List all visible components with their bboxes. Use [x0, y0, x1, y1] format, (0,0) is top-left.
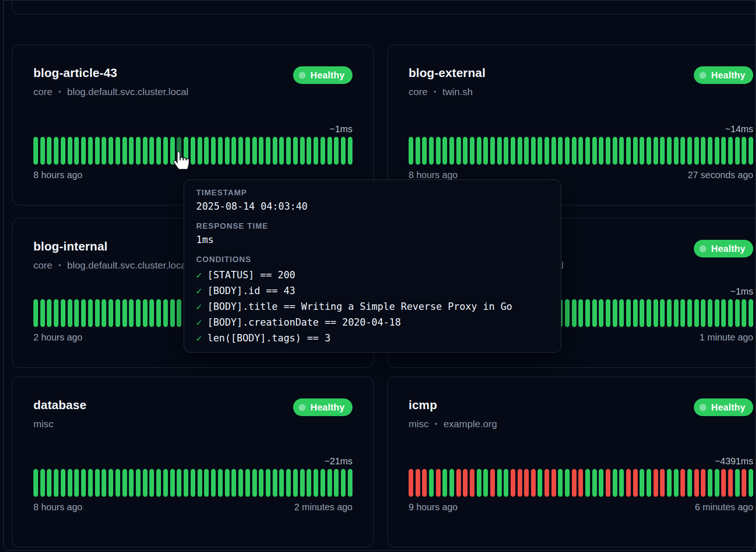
uptime-bar[interactable] [660, 299, 665, 327]
uptime-bar[interactable] [674, 137, 679, 165]
uptime-bar[interactable] [470, 469, 474, 497]
uptime-bar[interactable] [177, 469, 181, 497]
uptime-bar[interactable] [320, 137, 325, 165]
uptime-bar[interactable] [300, 469, 305, 497]
uptime-bar[interactable] [327, 469, 332, 497]
uptime-bar[interactable] [599, 469, 603, 497]
uptime-bar[interactable] [470, 137, 474, 165]
uptime-bar[interactable] [735, 469, 740, 497]
uptime-bar[interactable] [149, 137, 154, 165]
uptime-bar[interactable] [680, 137, 685, 165]
uptime-bar[interactable] [647, 469, 651, 497]
uptime-bar[interactable] [122, 137, 127, 165]
uptime-bar[interactable] [592, 137, 597, 165]
uptime-bar[interactable] [647, 137, 651, 165]
uptime-bar[interactable] [524, 137, 529, 165]
uptime-bar[interactable] [477, 137, 481, 165]
uptime-bar[interactable] [348, 469, 352, 497]
uptime-bar[interactable] [33, 299, 38, 327]
uptime-bar[interactable] [33, 137, 38, 165]
uptime-bar[interactable] [74, 137, 79, 165]
uptime-bar[interactable] [436, 469, 441, 497]
uptime-bar[interactable] [558, 469, 563, 497]
uptime-bar[interactable] [184, 469, 188, 497]
uptime-bar[interactable] [653, 137, 658, 165]
uptime-bar[interactable] [735, 137, 740, 165]
uptime-bar[interactable] [341, 137, 346, 165]
uptime-bar[interactable] [61, 137, 65, 165]
uptime-bar[interactable] [225, 469, 230, 497]
uptime-bar[interactable] [708, 299, 712, 327]
uptime-bar[interactable] [115, 137, 120, 165]
uptime-bar[interactable] [436, 137, 441, 165]
uptime-bar[interactable] [136, 299, 141, 327]
uptime-bar[interactable] [653, 299, 658, 327]
uptime-bar[interactable] [143, 299, 147, 327]
uptime-bar[interactable] [95, 469, 100, 497]
uptime-bar[interactable] [170, 299, 175, 327]
uptime-bar[interactable] [687, 469, 692, 497]
uptime-bar[interactable] [81, 469, 86, 497]
uptime-bar[interactable] [565, 137, 570, 165]
uptime-bar[interactable] [33, 469, 38, 497]
uptime-bar[interactable] [40, 137, 45, 165]
uptime-bar[interactable] [218, 137, 223, 165]
uptime-bar[interactable] [95, 137, 100, 165]
uptime-bar[interactable] [163, 299, 168, 327]
uptime-bar[interactable] [660, 137, 665, 165]
uptime-bar[interactable] [619, 137, 624, 165]
uptime-bar[interactable] [578, 137, 583, 165]
uptime-bar[interactable] [640, 469, 644, 497]
uptime-bar[interactable] [238, 137, 243, 165]
uptime-bar[interactable] [565, 299, 570, 327]
uptime-bar[interactable] [749, 299, 753, 327]
uptime-bar[interactable] [61, 299, 65, 327]
uptime-bar[interactable] [102, 469, 106, 497]
uptime-bar[interactable] [156, 469, 161, 497]
uptime-bar[interactable] [633, 469, 638, 497]
uptime-bar[interactable] [701, 137, 705, 165]
uptime-bar[interactable] [572, 469, 577, 497]
uptime-bar[interactable] [129, 137, 134, 165]
uptime-bar[interactable] [429, 469, 434, 497]
uptime-bar[interactable] [416, 137, 420, 165]
uptime-bar[interactable] [572, 137, 577, 165]
uptime-bar[interactable] [245, 469, 250, 497]
uptime-bar[interactable] [606, 299, 610, 327]
uptime-bar[interactable] [680, 299, 685, 327]
uptime-bar[interactable] [545, 469, 549, 497]
uptime-bar[interactable] [129, 469, 134, 497]
uptime-bar[interactable] [504, 469, 508, 497]
uptime-bar[interactable] [266, 137, 270, 165]
uptime-bar[interactable] [735, 299, 740, 327]
uptime-bar[interactable] [490, 137, 495, 165]
uptime-bar[interactable] [715, 299, 719, 327]
uptime-bar[interactable] [497, 469, 502, 497]
uptime-bar[interactable] [572, 299, 577, 327]
uptime-bar[interactable] [687, 299, 692, 327]
uptime-bar[interactable] [156, 137, 161, 165]
service-card[interactable]: database misc Healthy ~21ms 8 hours ago … [12, 377, 374, 547]
uptime-bar[interactable] [728, 299, 733, 327]
uptime-bar[interactable] [442, 469, 447, 497]
uptime-bar[interactable] [307, 469, 311, 497]
uptime-bar[interactable] [156, 299, 161, 327]
uptime-bar[interactable] [578, 469, 583, 497]
uptime-bar[interactable] [701, 299, 705, 327]
uptime-bar[interactable] [606, 137, 610, 165]
uptime-bar[interactable] [463, 469, 468, 497]
uptime-bar[interactable] [456, 137, 461, 165]
uptime-bar[interactable] [300, 137, 305, 165]
uptime-bar[interactable] [266, 469, 270, 497]
uptime-bar[interactable] [68, 137, 72, 165]
uptime-bar[interactable] [667, 469, 672, 497]
uptime-bar[interactable] [660, 469, 665, 497]
uptime-bar[interactable] [456, 469, 461, 497]
uptime-bar[interactable] [463, 137, 468, 165]
uptime-bar[interactable] [279, 469, 284, 497]
uptime-bar[interactable] [170, 469, 175, 497]
uptime-bar[interactable] [592, 299, 597, 327]
uptime-bar[interactable] [314, 137, 318, 165]
uptime-bar[interactable] [81, 299, 86, 327]
uptime-bar[interactable] [163, 137, 168, 165]
